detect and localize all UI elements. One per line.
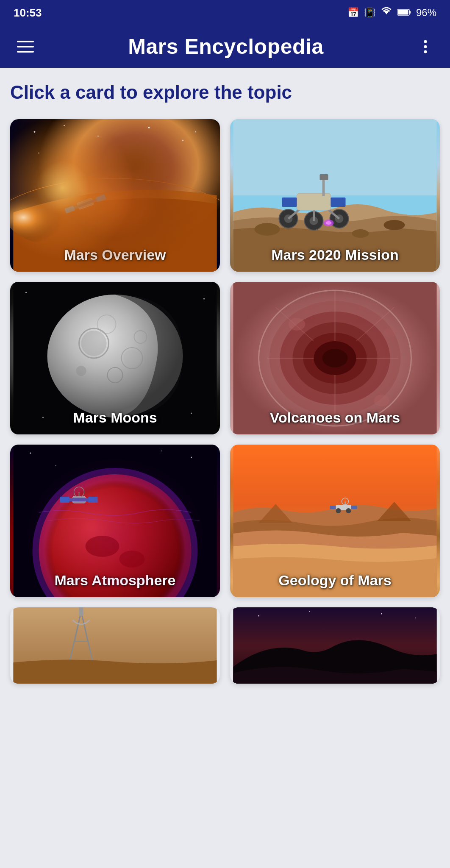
svg-rect-21 xyxy=(233,119,437,195)
svg-point-42 xyxy=(25,292,27,293)
svg-point-50 xyxy=(124,350,141,367)
card-partial-2[interactable] xyxy=(230,607,440,684)
wifi-icon xyxy=(381,7,392,19)
card-mars-2020-label: Mars 2020 Mission xyxy=(230,247,440,263)
card-volcanoes-on-mars[interactable]: Volcanoes on Mars xyxy=(230,282,440,434)
status-icons: 📅 📳 96% xyxy=(347,7,436,19)
main-content: Click a card to explore the topic xyxy=(0,68,450,697)
svg-point-70 xyxy=(289,318,306,331)
svg-point-75 xyxy=(191,456,192,458)
svg-point-81 xyxy=(119,551,145,568)
svg-point-7 xyxy=(34,131,36,133)
card-mars-overview-label: Mars Overview xyxy=(10,247,220,263)
svg-point-6 xyxy=(424,50,427,53)
svg-rect-3 xyxy=(398,10,408,15)
svg-point-107 xyxy=(415,618,416,618)
svg-rect-35 xyxy=(322,178,325,196)
svg-rect-36 xyxy=(320,174,328,180)
svg-point-4 xyxy=(424,40,427,43)
svg-point-40 xyxy=(326,221,332,225)
calendar-icon: 📅 xyxy=(347,7,359,18)
svg-rect-85 xyxy=(89,497,98,503)
card-geology-label: Geology of Mars xyxy=(230,572,440,589)
svg-point-5 xyxy=(424,45,427,48)
svg-point-76 xyxy=(56,465,56,466)
svg-rect-34 xyxy=(297,193,331,210)
svg-point-63 xyxy=(322,349,348,367)
battery-percent: 96% xyxy=(416,7,436,19)
cards-grid: Mars Overview xyxy=(10,119,440,684)
page-subtitle: Click a card to explore the topic xyxy=(10,81,440,104)
svg-point-72 xyxy=(384,328,397,338)
svg-point-104 xyxy=(258,615,259,616)
more-options-button[interactable] xyxy=(414,36,436,58)
battery-icon xyxy=(397,7,411,19)
card-mars-2020-mission[interactable]: Mars 2020 Mission xyxy=(230,119,440,272)
svg-point-13 xyxy=(195,131,196,132)
svg-rect-95 xyxy=(351,506,357,509)
svg-point-11 xyxy=(182,139,183,141)
card-partial-1[interactable] xyxy=(10,607,220,684)
svg-rect-94 xyxy=(330,506,336,509)
card-mars-moons[interactable]: Mars Moons xyxy=(10,282,220,434)
card-atmosphere-label: Mars Atmosphere xyxy=(10,572,220,589)
svg-point-24 xyxy=(352,229,369,238)
svg-point-12 xyxy=(38,152,39,153)
card-mars-atmosphere[interactable]: Mars Atmosphere xyxy=(10,445,220,597)
svg-point-93 xyxy=(346,508,351,513)
svg-point-77 xyxy=(161,451,162,451)
svg-point-23 xyxy=(384,220,405,230)
svg-point-9 xyxy=(97,135,99,136)
svg-point-8 xyxy=(64,125,65,126)
svg-point-52 xyxy=(76,366,86,376)
svg-point-105 xyxy=(309,611,310,612)
app-bar: Mars Encyclopedia xyxy=(0,25,450,68)
svg-rect-2 xyxy=(409,11,411,14)
svg-rect-38 xyxy=(331,198,346,207)
svg-point-106 xyxy=(381,613,382,614)
svg-rect-84 xyxy=(60,497,69,503)
app-title: Mars Encyclopedia xyxy=(128,34,323,59)
svg-point-74 xyxy=(30,452,31,453)
svg-point-48 xyxy=(81,331,107,356)
card-mars-moons-label: Mars Moons xyxy=(10,409,220,426)
card-geology-of-mars[interactable]: Geology of Mars xyxy=(230,445,440,597)
svg-point-22 xyxy=(255,223,280,236)
svg-point-43 xyxy=(203,298,205,299)
status-bar: 10:53 📅 📳 96% xyxy=(0,0,450,25)
svg-point-71 xyxy=(374,395,389,406)
card-volcanoes-label: Volcanoes on Mars xyxy=(230,409,440,426)
status-time: 10:53 xyxy=(14,6,42,19)
svg-marker-0 xyxy=(384,11,389,14)
hamburger-menu-button[interactable] xyxy=(14,37,37,56)
vibrate-icon: 📳 xyxy=(364,7,375,18)
svg-point-92 xyxy=(336,508,341,513)
svg-rect-101 xyxy=(79,607,83,616)
card-mars-overview[interactable]: Mars Overview xyxy=(10,119,220,272)
svg-rect-37 xyxy=(282,198,297,207)
svg-point-80 xyxy=(86,536,119,557)
svg-point-10 xyxy=(148,127,150,128)
